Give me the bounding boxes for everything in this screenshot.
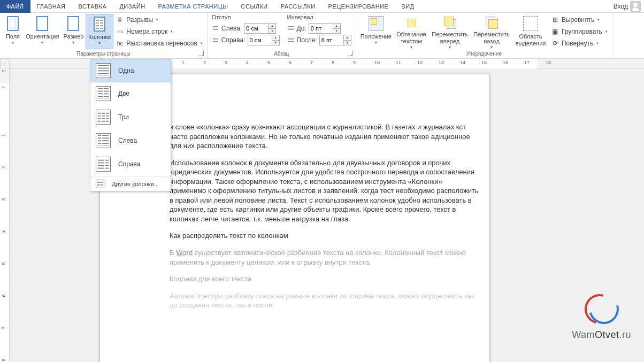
send-backward-button[interactable]: Переместить назад ▾ [471, 14, 512, 49]
columns-left-icon [96, 133, 111, 148]
ribbon: Поля ▾ Ориентация ▾ Размер ▾ Колонки ▾ ⤋ [0, 13, 644, 59]
doc-paragraph: и слове «колонка» сразу возникают ассоци… [170, 122, 479, 151]
wrap-icon [404, 15, 419, 30]
columns-three-icon [96, 110, 111, 125]
margins-icon [7, 16, 19, 31]
spacing-after-icon [287, 36, 295, 44]
group-button[interactable]: ▣Группировать▾ [549, 26, 610, 37]
breaks-button[interactable]: ⤋ Разрывы▾ [113, 14, 205, 26]
spacing-title: Интервал [285, 14, 354, 22]
tab-strip: ФАЙЛ ГЛАВНАЯ ВСТАВКА ДИЗАЙН РАЗМЕТКА СТР… [0, 0, 644, 13]
tab-file[interactable]: ФАЙЛ [0, 0, 30, 13]
spacing-after-input[interactable]: ▲▼ [319, 35, 351, 45]
chevron-down-icon: ▾ [98, 41, 101, 45]
size-button[interactable]: Размер ▾ [61, 14, 86, 49]
margins-button[interactable]: Поля ▾ [2, 14, 24, 49]
columns-right[interactable]: Справа [90, 152, 171, 176]
indent-left-row: Слева: ▲▼ [210, 22, 282, 34]
login-area[interactable]: Вход [614, 1, 644, 12]
columns-one-icon [96, 63, 111, 78]
group-paragraph: Отступ Слева: ▲▼ Справа: ▲▼ Интервал До: [208, 13, 356, 58]
tab-insert[interactable]: ВСТАВКА [72, 0, 113, 13]
align-button[interactable]: ⊞Выровнять▾ [549, 14, 610, 26]
rotate-icon: ⟳ [551, 39, 559, 48]
dialog-launcher-icon[interactable] [198, 51, 204, 56]
line-numbers-icon: ▭ [116, 27, 124, 36]
size-icon [67, 16, 79, 31]
group-label-page-setup: Параметры страницы [2, 50, 205, 58]
indent-right-input[interactable]: ▲▼ [248, 35, 280, 45]
tab-view[interactable]: ВИД [395, 0, 420, 13]
indent-left-input[interactable]: ▲▼ [244, 23, 276, 34]
columns-dropdown: Одна Две Три Слева Справа Другие колонки… [90, 59, 171, 191]
rotate-button[interactable]: ⟳Повернуть▾ [549, 37, 610, 49]
chevron-down-icon: ▾ [72, 40, 74, 45]
group-arrange: Положение ▾ Обтекание текстом ▾ Перемест… [356, 13, 612, 58]
indent-title: Отступ [210, 14, 282, 22]
indent-right-row: Справа: ▲▼ [210, 34, 282, 46]
word-link[interactable]: Word [176, 249, 193, 257]
indent-right-icon [212, 36, 219, 44]
tab-mailings[interactable]: РАССЫЛКИ [274, 0, 322, 13]
group-label-paragraph: Абзац [210, 50, 354, 58]
spacing-before-input[interactable]: ▲▼ [309, 23, 341, 34]
columns-more-icon [96, 180, 104, 188]
group-page-setup: Поля ▾ Ориентация ▾ Размер ▾ Колонки ▾ ⤋ [0, 13, 208, 58]
tab-home[interactable]: ГЛАВНАЯ [30, 0, 72, 13]
wrap-text-button[interactable]: Обтекание текстом ▾ [394, 14, 429, 49]
doc-paragraph: Автоматическую разбивку листа на равные … [170, 291, 479, 310]
login-label: Вход [614, 3, 628, 10]
indent-left-icon [212, 25, 219, 32]
columns-icon [94, 17, 105, 32]
send-backward-icon [484, 15, 499, 30]
chevron-down-icon: ▾ [41, 40, 43, 45]
watermark-logo-icon [585, 292, 619, 326]
hyphenation-button[interactable]: bc Расстановка переносов▾ [113, 37, 205, 49]
columns-left[interactable]: Слева [90, 129, 171, 152]
tab-page-layout[interactable]: РАЗМЕТКА СТРАНИЦЫ [152, 0, 235, 13]
orientation-button[interactable]: Ориентация ▾ [24, 14, 61, 49]
bring-forward-button[interactable]: Переместить вперед ▾ [429, 14, 471, 49]
columns-button[interactable]: Колонки ▾ [86, 14, 113, 49]
watermark: WamOtvet.ru [572, 292, 631, 341]
columns-one[interactable]: Одна [90, 59, 171, 82]
align-icon: ⊞ [551, 16, 559, 24]
spacing-after-row: После: ▲▼ [285, 34, 354, 46]
avatar-icon [630, 1, 641, 12]
ruler-corner[interactable]: ⌐ [0, 59, 10, 68]
line-numbers-button[interactable]: ▭ Номера строк▾ [113, 26, 205, 37]
dialog-launcher-icon[interactable] [347, 51, 352, 56]
chevron-down-icon: ▾ [12, 40, 14, 45]
doc-paragraph: Как распределить текст по колонкам [170, 231, 479, 241]
position-icon [369, 16, 384, 31]
columns-two[interactable]: Две [90, 82, 171, 105]
hyphenation-icon: bc [116, 39, 124, 48]
selection-icon [523, 16, 538, 31]
selection-pane-button[interactable]: Область выделения [512, 14, 549, 49]
doc-paragraph: В Word существует автоматическое разбиен… [170, 248, 479, 267]
tab-references[interactable]: ССЫЛКИ [235, 0, 274, 13]
bring-forward-icon [442, 15, 457, 30]
spacing-before-row: До: ▲▼ [285, 22, 354, 34]
orientation-icon [36, 16, 48, 31]
group-icon: ▣ [551, 27, 559, 36]
vertical-ruler[interactable]: 2112345678 [0, 68, 10, 362]
doc-paragraph: Колонки для всего текста [170, 274, 479, 284]
tab-review[interactable]: РЕЦЕНЗИРОВАНИЕ [322, 0, 395, 13]
tab-design[interactable]: ДИЗАЙН [113, 0, 151, 13]
columns-more[interactable]: Другие колонки... [90, 176, 171, 191]
doc-paragraph: Использование колонок в документе обязат… [170, 158, 479, 224]
columns-three[interactable]: Три [90, 105, 171, 129]
columns-right-icon [96, 157, 111, 172]
breaks-icon: ⤋ [116, 16, 124, 24]
spacing-before-icon [287, 25, 295, 32]
columns-two-icon [96, 86, 111, 101]
group-label-arrange: Упорядочение [358, 50, 610, 58]
position-button[interactable]: Положение ▾ [358, 14, 394, 49]
